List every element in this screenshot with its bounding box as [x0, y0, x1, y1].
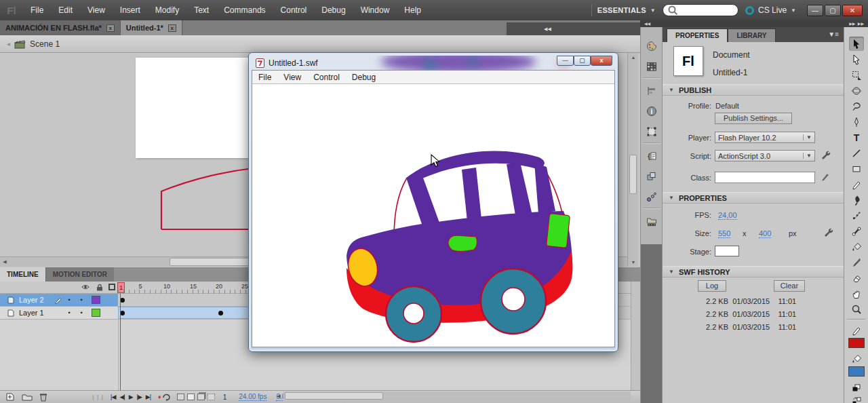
frame-span-selected[interactable]	[118, 307, 251, 319]
publish-settings-button[interactable]: Publish Settings...	[715, 113, 792, 124]
layer-visible-dot[interactable]: •	[63, 309, 75, 316]
menu-file[interactable]: File	[23, 0, 51, 20]
window-maximize-button[interactable]: ▢	[825, 5, 841, 16]
modify-markers-icon[interactable]	[208, 394, 215, 400]
log-button[interactable]: Log	[698, 280, 726, 292]
subselection-tool[interactable]	[849, 52, 864, 66]
frame-rate-indicator[interactable]: 24.00 fps	[239, 393, 267, 401]
fill-color-control[interactable]	[849, 351, 864, 366]
loop-icon[interactable]	[161, 394, 172, 401]
stage-width-value[interactable]: 550	[718, 229, 730, 238]
stroke-color-swatch[interactable]	[848, 338, 865, 348]
menu-modify[interactable]: Modify	[148, 0, 186, 20]
dock-collapse-bar[interactable]: ◀◀▶▶ ▶▶	[640, 20, 868, 27]
onion-skin-outlines-icon[interactable]	[187, 394, 195, 400]
scrollbar-thumb[interactable]	[629, 155, 637, 194]
timeline-vscrollbar[interactable]	[631, 282, 640, 390]
document-tab-animacion[interactable]: ANIMACIÓN EN FLASH.fla* x	[0, 20, 121, 35]
panel-menu-icon[interactable]: ▼≡	[828, 31, 839, 38]
document-tab-untitled[interactable]: Untitled-1* x	[121, 20, 182, 35]
fps-value[interactable]: 24,00	[718, 211, 737, 220]
layer-color-swatch[interactable]	[92, 309, 100, 317]
line-tool[interactable]	[849, 146, 864, 160]
class-input[interactable]	[715, 172, 815, 183]
motion-presets-panel-icon[interactable]	[644, 189, 660, 205]
zoom-tool[interactable]	[849, 302, 864, 316]
pencil-icon[interactable]	[821, 171, 831, 181]
clear-button[interactable]: Clear	[774, 280, 805, 292]
swap-colors-button[interactable]	[849, 394, 864, 403]
menu-view[interactable]: View	[80, 0, 113, 20]
tab-close-icon[interactable]: x	[106, 24, 115, 32]
color-panel-icon[interactable]	[644, 38, 660, 54]
player-dropdown[interactable]: Flash Player 10.2 ▼	[715, 132, 815, 143]
tab-properties[interactable]: PROPERTIES	[667, 28, 728, 42]
step-forward-button[interactable]: |▶	[137, 394, 142, 400]
onion-skin-icon[interactable]	[177, 394, 184, 400]
menu-debug[interactable]: Debug	[314, 0, 353, 20]
eyedropper-tool[interactable]	[849, 255, 864, 269]
fill-color-swatch[interactable]	[848, 366, 865, 377]
menu-insert[interactable]: Insert	[113, 0, 148, 20]
keyframe-dot[interactable]	[120, 311, 125, 315]
code-snippets-panel-icon[interactable]: {	[644, 148, 660, 164]
deco-tool[interactable]	[849, 208, 864, 223]
menu-edit[interactable]: Edit	[51, 0, 80, 20]
selection-tool[interactable]	[849, 37, 864, 51]
stage-color-swatch[interactable]	[715, 246, 739, 256]
layer-visible-dot[interactable]: •	[63, 296, 75, 303]
edit-multiple-frames-icon[interactable]	[197, 394, 205, 400]
scroll-down-icon[interactable]: ▼	[629, 258, 638, 267]
menu-control[interactable]: Control	[273, 0, 315, 20]
rectangle-tool[interactable]	[849, 161, 864, 176]
timeline-hscrollbar[interactable]: ◀	[283, 391, 631, 401]
transform-panel-icon[interactable]	[644, 123, 660, 140]
components-panel-icon[interactable]	[644, 168, 660, 185]
search-field[interactable]	[663, 4, 738, 16]
menu-help[interactable]: Help	[397, 0, 429, 20]
delete-layer-trash-icon[interactable]	[38, 392, 49, 402]
stage-height-value[interactable]: 400	[759, 229, 771, 238]
outline-view-icon[interactable]	[108, 284, 115, 290]
scroll-left-icon[interactable]: ◀	[0, 257, 9, 266]
swf-menu-view[interactable]: View	[277, 73, 307, 82]
project-panel-icon[interactable]	[644, 213, 660, 229]
paint-bucket-tool[interactable]	[849, 239, 864, 254]
swf-menu-file[interactable]: File	[252, 73, 277, 82]
brush-tool[interactable]	[849, 193, 864, 207]
pen-tool[interactable]	[849, 115, 864, 129]
text-tool[interactable]: T	[849, 130, 864, 145]
swf-maximize-button[interactable]: ▢	[574, 56, 591, 66]
swatches-panel-icon[interactable]	[644, 58, 660, 75]
properties-section-header[interactable]: ▼ PROPERTIES	[663, 192, 844, 204]
step-back-button[interactable]: ◀|	[119, 394, 124, 400]
layer-lock-dot[interactable]: •	[75, 309, 87, 316]
window-close-button[interactable]: ✕	[842, 5, 863, 16]
new-folder-icon[interactable]	[22, 392, 33, 402]
3d-rotation-tool[interactable]	[849, 83, 864, 98]
swf-history-section-header[interactable]: ▼ SWF HISTORY	[663, 266, 844, 277]
play-button[interactable]: ▶	[129, 394, 133, 400]
cs-live-chevron-icon[interactable]: ▼	[791, 7, 796, 14]
menu-text[interactable]: Text	[186, 0, 216, 20]
swf-titlebar[interactable]: Untitled-1.swf — ▢ x	[252, 56, 615, 70]
pencil-tool[interactable]	[849, 177, 864, 191]
tab-library[interactable]: LIBRARY	[728, 28, 775, 42]
info-panel-icon[interactable]: i	[644, 103, 660, 119]
menu-window[interactable]: Window	[353, 0, 397, 20]
free-transform-tool[interactable]	[849, 68, 864, 82]
document-name[interactable]: Untitled-1	[713, 68, 747, 77]
tab-timeline[interactable]: TIMELINE	[0, 267, 45, 282]
layer-color-swatch[interactable]	[92, 296, 100, 304]
new-layer-icon[interactable]	[5, 392, 16, 402]
stage-vscrollbar[interactable]: ▲ ▼	[627, 53, 638, 267]
hand-tool[interactable]	[849, 286, 864, 301]
wrench-icon[interactable]	[823, 227, 833, 237]
stage-red-outline-shape[interactable]	[153, 166, 254, 234]
scroll-up-icon[interactable]: ▲	[629, 53, 638, 62]
swf-menu-control[interactable]: Control	[307, 73, 346, 82]
script-dropdown[interactable]: ActionScript 3.0 ▼	[715, 150, 815, 161]
scroll-left-icon[interactable]: ◀	[274, 391, 283, 400]
show-hide-eye-icon[interactable]	[81, 284, 90, 290]
menu-commands[interactable]: Commands	[216, 0, 273, 20]
